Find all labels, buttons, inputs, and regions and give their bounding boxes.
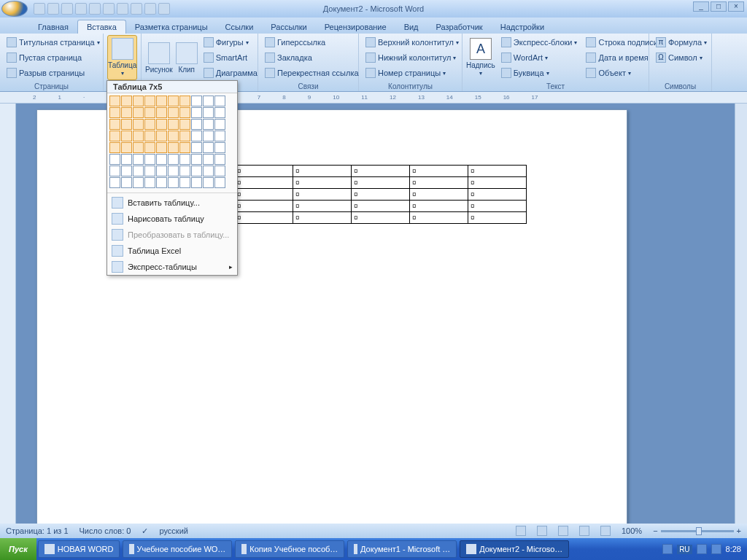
grid-cell[interactable] [144, 177, 155, 188]
grid-cell[interactable] [121, 96, 132, 106]
grid-cell[interactable] [156, 142, 167, 153]
cover-page-button[interactable]: Титульная страница [4, 35, 103, 50]
grid-cell[interactable] [144, 166, 155, 176]
grid-cell[interactable] [179, 142, 190, 153]
view-web-icon[interactable] [558, 526, 568, 536]
qat-undo-icon[interactable] [47, 3, 59, 15]
qat-more-icon[interactable] [158, 3, 170, 15]
grid-cell[interactable] [109, 166, 120, 176]
grid-cell[interactable] [133, 119, 144, 130]
grid-cell[interactable] [191, 96, 202, 106]
qat-preview-icon[interactable] [131, 3, 142, 15]
insert-table-menu[interactable]: Вставить таблицу... [107, 195, 237, 211]
hyperlink-button[interactable]: Гиперссылка [262, 35, 362, 50]
tab-insert[interactable]: Вставка [77, 20, 126, 34]
quick-tables-menu[interactable]: Экспресс-таблицы▸ [107, 259, 237, 275]
grid-cell[interactable] [179, 131, 190, 141]
zoom-label[interactable]: 100% [622, 526, 642, 535]
footer-button[interactable]: Нижний колонтитул [363, 50, 462, 65]
grid-cell[interactable] [179, 96, 190, 106]
draw-table-menu[interactable]: Нарисовать таблицу [107, 211, 237, 227]
lang-indicator[interactable]: RU [677, 545, 692, 554]
table-grid-picker[interactable] [107, 93, 237, 191]
shapes-button[interactable]: Фигуры [201, 35, 260, 50]
qat-print-icon[interactable] [117, 3, 128, 15]
grid-cell[interactable] [203, 177, 214, 188]
grid-cell[interactable] [121, 142, 132, 153]
grid-cell[interactable] [203, 107, 214, 118]
clip-button[interactable]: Клип [176, 35, 198, 80]
grid-cell[interactable] [168, 154, 179, 165]
grid-cell[interactable] [156, 107, 167, 118]
grid-cell[interactable] [109, 177, 120, 188]
grid-cell[interactable] [168, 142, 179, 153]
grid-cell[interactable] [214, 177, 225, 188]
grid-cell[interactable] [121, 166, 132, 176]
grid-cell[interactable] [214, 96, 225, 106]
grid-cell[interactable] [133, 96, 144, 106]
grid-cell[interactable] [144, 119, 155, 130]
grid-cell[interactable] [203, 96, 214, 106]
grid-cell[interactable] [214, 154, 225, 165]
status-page[interactable]: Страница: 1 из 1 [6, 526, 69, 535]
grid-cell[interactable] [191, 119, 202, 130]
bookmark-button[interactable]: Закладка [262, 50, 362, 65]
quickparts-button[interactable]: Экспресс-блоки [498, 35, 581, 50]
grid-cell[interactable] [168, 107, 179, 118]
dropcap-button[interactable]: Буквица [498, 66, 581, 80]
grid-cell[interactable] [214, 131, 225, 141]
tab-home[interactable]: Главная [29, 20, 77, 34]
tray-icon[interactable] [662, 544, 673, 554]
wordart-button[interactable]: WordArt [498, 50, 581, 65]
grid-cell[interactable] [203, 142, 214, 153]
grid-cell[interactable] [168, 131, 179, 141]
qat-open-icon[interactable] [89, 3, 101, 15]
grid-cell[interactable] [144, 154, 155, 165]
grid-cell[interactable] [156, 119, 167, 130]
grid-cell[interactable] [109, 142, 120, 153]
grid-cell[interactable] [133, 177, 144, 188]
tab-review[interactable]: Рецензирование [316, 20, 395, 34]
qat-mail-icon[interactable] [103, 3, 115, 15]
grid-cell[interactable] [191, 107, 202, 118]
view-draft-icon[interactable] [600, 526, 611, 536]
grid-cell[interactable] [121, 177, 132, 188]
task-doc3[interactable]: Документ1 - Microsoft … [347, 540, 457, 558]
crossref-button[interactable]: Перекрестная ссылка [262, 66, 362, 80]
tray-icon[interactable] [711, 544, 721, 554]
grid-cell[interactable] [191, 154, 202, 165]
grid-cell[interactable] [144, 96, 155, 106]
blank-page-button[interactable]: Пустая страница [4, 50, 103, 65]
grid-cell[interactable] [121, 131, 132, 141]
page-break-button[interactable]: Разрыв страницы [4, 66, 103, 80]
grid-cell[interactable] [179, 107, 190, 118]
grid-cell[interactable] [203, 154, 214, 165]
grid-cell[interactable] [179, 177, 190, 188]
status-words[interactable]: Число слов: 0 [80, 526, 131, 535]
grid-cell[interactable] [144, 131, 155, 141]
grid-cell[interactable] [191, 166, 202, 176]
grid-cell[interactable] [191, 142, 202, 153]
grid-cell[interactable] [156, 96, 167, 106]
table-button[interactable]: Таблица▾ [107, 35, 137, 80]
office-button[interactable] [1, 1, 28, 17]
grid-cell[interactable] [214, 119, 225, 130]
tab-references[interactable]: Ссылки [217, 20, 263, 34]
qat-redo-icon[interactable] [61, 3, 73, 15]
grid-cell[interactable] [179, 154, 190, 165]
grid-cell[interactable] [144, 107, 155, 118]
task-doc2[interactable]: Копия Учебное пособ… [235, 540, 344, 558]
equation-button[interactable]: πФормула [653, 35, 710, 50]
grid-cell[interactable] [203, 131, 214, 141]
header-button[interactable]: Верхний колонтитул [363, 35, 462, 50]
grid-cell[interactable] [191, 131, 202, 141]
zoom-slider[interactable]: −+ [653, 526, 741, 535]
task-doc4[interactable]: Документ2 - Microso… [460, 540, 569, 558]
minimize-button[interactable]: _ [693, 1, 709, 12]
clock[interactable]: 8:28 [726, 545, 741, 553]
grid-cell[interactable] [168, 166, 179, 176]
grid-cell[interactable] [191, 177, 202, 188]
grid-cell[interactable] [109, 131, 120, 141]
excel-table-menu[interactable]: Таблица Excel [107, 243, 237, 259]
grid-cell[interactable] [121, 154, 132, 165]
